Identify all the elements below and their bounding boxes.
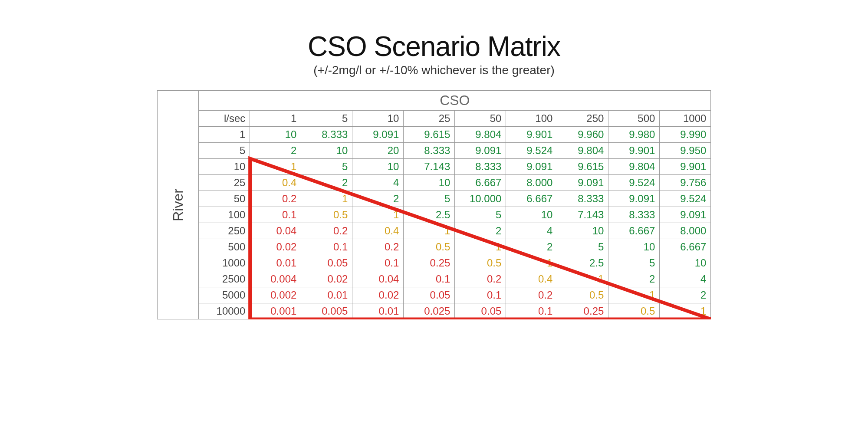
matrix-cell: 0.5 <box>608 303 660 319</box>
matrix-cell: 9.950 <box>660 143 711 159</box>
river-axis-label: River <box>157 91 199 319</box>
river-row-header: 500 <box>199 239 250 255</box>
matrix-cell: 0.01 <box>352 303 404 319</box>
page-title: CSO Scenario Matrix <box>308 30 560 62</box>
river-row-header: 1000 <box>199 255 250 271</box>
matrix-cell: 8.333 <box>301 127 352 143</box>
matrix-cell: 9.615 <box>404 127 455 143</box>
river-row-header: 100 <box>199 207 250 223</box>
matrix-cell: 9.804 <box>455 127 506 143</box>
matrix-cell: 0.5 <box>455 255 506 271</box>
matrix-cell: 0.1 <box>301 239 352 255</box>
matrix-cell: 10 <box>352 159 404 175</box>
matrix-cell: 9.615 <box>557 159 608 175</box>
matrix-cell: 0.1 <box>404 271 455 287</box>
matrix-cell: 9.804 <box>557 143 608 159</box>
river-row-header: 5 <box>199 143 250 159</box>
matrix-cell: 20 <box>352 143 404 159</box>
matrix-cell: 1 <box>455 239 506 255</box>
matrix-cell: 10 <box>660 255 711 271</box>
matrix-cell: 9.990 <box>660 127 711 143</box>
matrix-cell: 10 <box>250 127 301 143</box>
matrix-cell: 0.05 <box>455 303 506 319</box>
matrix-cell: 8.000 <box>660 223 711 239</box>
matrix-cell: 1 <box>557 271 608 287</box>
matrix-cell: 9.901 <box>608 143 660 159</box>
matrix-cell: 9.091 <box>557 175 608 191</box>
matrix-cell: 0.004 <box>250 271 301 287</box>
matrix-cell: 9.901 <box>660 159 711 175</box>
matrix-cell: 0.02 <box>250 239 301 255</box>
matrix-cell: 9.756 <box>660 175 711 191</box>
cso-col-header: 25 <box>404 111 455 127</box>
matrix-cell: 0.01 <box>250 255 301 271</box>
matrix-cell: 5 <box>557 239 608 255</box>
matrix-cell: 0.002 <box>250 287 301 303</box>
matrix-cell: 9.091 <box>660 207 711 223</box>
matrix-cell: 8.333 <box>404 143 455 159</box>
matrix-cell: 2 <box>660 287 711 303</box>
matrix-cell: 4 <box>352 175 404 191</box>
matrix-cell: 9.980 <box>608 127 660 143</box>
matrix-cell: 0.001 <box>250 303 301 319</box>
matrix-cell: 0.2 <box>352 239 404 255</box>
unit-label: l/sec <box>199 111 250 127</box>
matrix-cell: 1 <box>250 159 301 175</box>
matrix-cell: 0.01 <box>301 287 352 303</box>
matrix-cell: 0.02 <box>352 287 404 303</box>
matrix-cell: 2 <box>352 191 404 207</box>
matrix-cell: 5 <box>608 255 660 271</box>
cso-col-header: 1000 <box>660 111 711 127</box>
matrix-cell: 9.901 <box>506 127 557 143</box>
matrix-cell: 0.025 <box>404 303 455 319</box>
matrix-cell: 0.1 <box>352 255 404 271</box>
matrix-cell: 0.05 <box>404 287 455 303</box>
cso-axis-label: CSO <box>199 91 711 111</box>
matrix-cell: 2 <box>301 175 352 191</box>
matrix-cell: 9.524 <box>506 143 557 159</box>
matrix-cell: 2 <box>455 223 506 239</box>
river-row-header: 50 <box>199 191 250 207</box>
cso-col-header: 10 <box>352 111 404 127</box>
matrix-cell: 6.667 <box>455 175 506 191</box>
matrix-cell: 1 <box>608 287 660 303</box>
matrix-cell: 9.524 <box>608 175 660 191</box>
matrix-cell: 10 <box>608 239 660 255</box>
matrix-cell: 9.091 <box>352 127 404 143</box>
matrix-cell: 0.4 <box>506 271 557 287</box>
matrix-cell: 0.05 <box>301 255 352 271</box>
matrix-cell: 7.143 <box>404 159 455 175</box>
matrix-cell: 0.1 <box>506 303 557 319</box>
cso-col-header: 5 <box>301 111 352 127</box>
matrix-cell: 0.2 <box>301 223 352 239</box>
matrix-cell: 8.000 <box>506 175 557 191</box>
matrix-wrapper: RiverCSOl/sec1510255010025050010001108.3… <box>157 90 711 319</box>
matrix-cell: 6.667 <box>506 191 557 207</box>
matrix-cell: 2.5 <box>404 207 455 223</box>
matrix-cell: 1 <box>301 191 352 207</box>
matrix-cell: 0.2 <box>250 191 301 207</box>
matrix-cell: 5 <box>404 191 455 207</box>
matrix-cell: 0.1 <box>455 287 506 303</box>
matrix-cell: 10 <box>301 143 352 159</box>
matrix-cell: 1 <box>506 255 557 271</box>
matrix-cell: 9.524 <box>660 191 711 207</box>
matrix-cell: 8.333 <box>557 191 608 207</box>
matrix-cell: 10 <box>404 175 455 191</box>
matrix-cell: 0.04 <box>250 223 301 239</box>
river-row-header: 25 <box>199 175 250 191</box>
matrix-cell: 10.000 <box>455 191 506 207</box>
matrix-cell: 0.2 <box>506 287 557 303</box>
matrix-cell: 9.091 <box>608 191 660 207</box>
matrix-cell: 6.667 <box>608 223 660 239</box>
matrix-cell: 1 <box>660 303 711 319</box>
matrix-cell: 5 <box>301 159 352 175</box>
matrix-cell: 1 <box>352 207 404 223</box>
matrix-cell: 9.091 <box>506 159 557 175</box>
page-subtitle: (+/-2mg/l or +/-10% whichever is the gre… <box>313 63 555 77</box>
matrix-cell: 2.5 <box>557 255 608 271</box>
cso-col-header: 250 <box>557 111 608 127</box>
matrix-cell: 9.960 <box>557 127 608 143</box>
matrix-cell: 5 <box>455 207 506 223</box>
river-row-header: 5000 <box>199 287 250 303</box>
